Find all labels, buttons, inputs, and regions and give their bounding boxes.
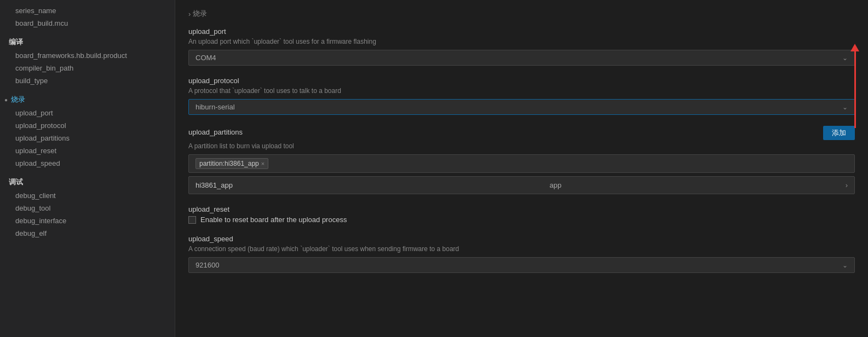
partition-tag: partition:hi3861_app × [196, 158, 268, 169]
sidebar-section-flash-label: 烧录 [11, 95, 25, 104]
partitions-header: upload_partitions 添加 [188, 126, 855, 140]
upload-speed-title: upload_speed [188, 235, 855, 243]
sidebar-item-debug-elf[interactable]: debug_elf [0, 227, 175, 240]
sidebar-item-build-type[interactable]: build_type [0, 74, 175, 87]
upload-speed-desc: A connection speed (baud rate) which `up… [188, 245, 855, 253]
flash-chevron-icon: ● [4, 97, 8, 103]
upload-reset-checkbox-row: Enable to reset board after the upload p… [188, 216, 855, 224]
sidebar-item-board-frameworks[interactable]: board_frameworks.hb.build.product [0, 49, 175, 62]
breadcrumb-chevron-icon: › [188, 10, 191, 18]
partition-tag-label: partition:hi3861_app [199, 160, 259, 167]
sidebar-item-compiler-bin-path[interactable]: compiler_bin_path [0, 62, 175, 74]
sidebar-item-upload-reset[interactable]: upload_reset [0, 144, 175, 157]
main-content: › 烧录 upload_port An upload port which `u… [175, 0, 868, 337]
upload-partitions-section: upload_partitions 添加 A partition list to… [188, 126, 855, 194]
upload-partitions-title: upload_partitions [188, 128, 243, 136]
upload-protocol-value: hiburn-serial [196, 103, 235, 111]
partition-row-chevron-icon: › [846, 181, 848, 189]
partition-row-name: hi3861_app [196, 181, 233, 189]
partitions-tag-input[interactable]: partition:hi3861_app × [188, 154, 855, 173]
upload-protocol-title: upload_protocol [188, 77, 855, 85]
upload-speed-dropdown[interactable]: 921600 ⌄ [188, 257, 855, 273]
partition-tag-close-icon[interactable]: × [261, 160, 265, 167]
arrow-line [854, 51, 856, 128]
upload-protocol-dropdown[interactable]: hiburn-serial ⌄ [188, 99, 855, 115]
upload-partitions-desc: A partition list to burn via upload tool [188, 142, 855, 150]
upload-reset-title: upload_reset [188, 205, 855, 213]
upload-speed-chevron-icon: ⌄ [842, 262, 848, 269]
partition-row-hi3861[interactable]: hi3861_app app › [188, 176, 855, 194]
sidebar-item-upload-partitions[interactable]: upload_partitions [0, 132, 175, 144]
sidebar-item-series-name[interactable]: series_name [0, 4, 175, 17]
upload-reset-checkbox-label: Enable to reset board after the upload p… [200, 216, 347, 224]
sidebar-section-debug-label: 调试 [0, 174, 175, 189]
upload-speed-section: upload_speed A connection speed (baud ra… [188, 235, 855, 273]
upload-protocol-chevron-icon: ⌄ [842, 103, 848, 111]
sidebar-item-board-build-mcu[interactable]: board_build.mcu [0, 17, 175, 30]
upload-speed-value: 921600 [196, 261, 219, 269]
upload-reset-checkbox[interactable] [188, 216, 196, 224]
partition-row-type: app [549, 181, 561, 189]
sidebar: series_name board_build.mcu 编译 board_fra… [0, 0, 175, 337]
upload-port-desc: An upload port which `uploader` tool use… [188, 38, 855, 45]
breadcrumb: › 烧录 [188, 9, 855, 19]
sidebar-item-upload-speed[interactable]: upload_speed [0, 157, 175, 170]
sidebar-item-debug-tool[interactable]: debug_tool [0, 202, 175, 214]
upload-port-value: COM4 [196, 54, 216, 62]
sidebar-item-upload-protocol[interactable]: upload_protocol [0, 119, 175, 132]
upload-port-dropdown[interactable]: COM4 ⌄ [188, 50, 855, 66]
arrow-head [850, 44, 859, 51]
sidebar-item-debug-client[interactable]: debug_client [0, 189, 175, 202]
sidebar-section-flash-header[interactable]: ● 烧录 [0, 91, 175, 107]
upload-port-title: upload_port [188, 27, 855, 36]
upload-protocol-section: upload_protocol A protocol that `uploade… [188, 77, 855, 115]
arrow-annotation [850, 44, 859, 128]
sidebar-section-compile-label: 编译 [0, 34, 175, 49]
sidebar-item-debug-interface[interactable]: debug_interface [0, 214, 175, 227]
upload-port-chevron-icon: ⌄ [842, 54, 848, 62]
upload-protocol-desc: A protocol that `uploader` tool uses to … [188, 87, 855, 95]
upload-port-section: upload_port An upload port which `upload… [188, 27, 855, 66]
breadcrumb-label: 烧录 [193, 9, 207, 19]
sidebar-item-upload-port[interactable]: upload_port [0, 107, 175, 119]
upload-reset-section: upload_reset Enable to reset board after… [188, 205, 855, 224]
